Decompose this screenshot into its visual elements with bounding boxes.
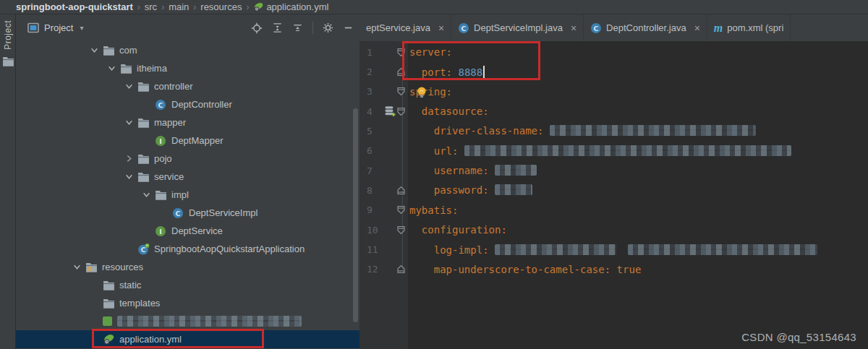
locate-button[interactable] [251,22,263,34]
code-line-6[interactable]: 6 url: [359,141,868,161]
resources-folder-icon [85,258,100,276]
code-text: port: 8888 [408,66,485,78]
code-token [409,66,422,78]
breadcrumb-item[interactable]: application.yml [253,0,328,14]
tree-item-SpringbootAopQuickstartApplication[interactable]: CSpringbootAopQuickstartApplication [16,240,359,258]
fold-down-icon[interactable] [397,101,408,121]
code-line-2[interactable]: 2 port: 8888 [359,61,868,82]
fold-up-icon[interactable] [397,61,408,82]
code-token [409,105,422,117]
code-line-7[interactable]: 7 username: [359,160,868,181]
gutter-spacer [383,61,397,82]
tab-eptService.java[interactable]: eptService.java× [359,14,451,41]
tab-DeptController.java[interactable]: CDeptController.java× [584,14,707,41]
close-icon[interactable]: × [438,23,444,33]
breadcrumb-item[interactable]: resources [200,0,242,14]
code-line-8[interactable]: 8 password: [359,180,868,200]
chevron-right-icon[interactable] [120,150,137,168]
class-icon: C [172,204,187,222]
code-editor[interactable]: CSDN @qq_53154643 1server:2 port: 88883s… [359,41,868,349]
breadcrumb-item[interactable]: springboot-aop-quickstart [16,0,133,14]
chevron-spacer [155,204,172,222]
code-text: username: [408,165,537,176]
fold-down-icon[interactable] [397,82,408,102]
tree-item-service[interactable]: service [16,168,359,186]
code-text: driver-class-name: [408,125,756,137]
fold-down-icon[interactable] [397,42,408,62]
tree-item-label: impl [171,189,189,200]
settings-button[interactable] [323,22,333,33]
project-stripe-button[interactable]: Project [3,20,13,50]
code-line-12[interactable]: 12 map-underscore-to-camel-case: true [359,259,868,280]
folder-icon [103,41,117,59]
tree-item-application.yml[interactable]: application.yml [16,330,359,348]
chevron-down-icon[interactable] [137,186,155,204]
redacted-value [550,125,756,136]
redacted-value [495,244,616,255]
chevron-down-icon[interactable]: ▾ [80,24,83,32]
tree-item-com[interactable]: com [16,41,359,59]
tree-item-label: DeptController [171,99,232,110]
close-icon[interactable]: × [571,23,576,33]
ide-window: springboot-aop-quickstart›src›main›resou… [0,0,868,349]
tree-item-DeptService[interactable]: IDeptService [16,222,359,240]
tree-item-itheima[interactable]: itheima [16,59,359,77]
breadcrumb-item[interactable]: src [145,0,157,14]
text-cursor [483,66,485,78]
tree-item-pojo[interactable]: pojo [16,150,359,168]
chevron-down-icon[interactable] [120,168,137,186]
tree-item-DeptMapper[interactable]: IDeptMapper [16,132,359,150]
intention-bulb-icon[interactable] [416,86,427,101]
tree-item-controller[interactable]: controller [16,77,359,95]
fold-spacer [397,240,408,260]
gutter-spacer [383,121,397,141]
code-token [409,145,434,157]
tree-item-DeptController[interactable]: CDeptController [16,95,359,113]
code-token [409,184,434,196]
code-line-1[interactable]: 1server: [359,42,868,62]
svg-text:I: I [159,227,162,235]
tree-item-templates[interactable]: templates [16,294,359,312]
fold-down-icon[interactable] [397,220,408,240]
tab-pom.xml-spri[interactable]: mpom.xml (spri [707,14,791,41]
redacted-text [117,316,302,327]
fold-down-icon[interactable] [397,200,408,220]
tree-item-redacted[interactable] [16,312,359,330]
database-icon [383,101,397,121]
close-icon[interactable]: × [694,23,700,33]
code-text: map-underscore-to-camel-case: true [408,264,641,275]
chevron-down-icon[interactable] [68,258,85,276]
fold-up-icon[interactable] [397,180,408,200]
code-line-10[interactable]: 10 configuration: [359,220,868,240]
tree-scrollbar[interactable] [353,108,358,322]
chevron-down-icon[interactable] [103,59,120,77]
project-panel-title[interactable]: Project [44,22,73,33]
code-line-9[interactable]: 9mybatis: [359,200,868,220]
line-number: 10 [359,225,383,236]
code-line-4[interactable]: 4 datasource: [359,101,868,121]
line-number: 9 [359,204,383,215]
code-token: server: [409,46,452,58]
tab-DeptServiceImpl.java[interactable]: CDeptServiceImpl.java× [451,14,584,41]
chevron-down-icon[interactable] [85,41,103,59]
tree-item-mapper[interactable]: mapper [16,113,359,132]
redacted-value [628,244,817,255]
code-line-11[interactable]: 11 log-impl: [359,240,868,260]
code-token [409,244,434,256]
code-line-3[interactable]: 3spring: [359,82,868,102]
chevron-down-icon[interactable] [120,113,137,132]
fold-up-icon[interactable] [397,259,408,280]
tree-item-static[interactable]: static [16,276,359,294]
breadcrumb-separator: › [133,2,145,12]
tree-item-impl[interactable]: impl [16,186,359,204]
collapse-all-button[interactable] [292,22,303,33]
code-token [543,125,549,137]
hide-button[interactable] [343,22,354,33]
expand-all-button[interactable] [272,22,283,33]
chevron-down-icon[interactable] [120,77,137,95]
tree-item-DeptServiceImpl[interactable]: CDeptServiceImpl [16,204,359,222]
tree-item-resources[interactable]: resources [16,258,359,276]
code-line-5[interactable]: 5 driver-class-name: [359,121,868,141]
breadcrumb-item[interactable]: main [169,0,189,14]
redacted-icon [103,312,117,330]
